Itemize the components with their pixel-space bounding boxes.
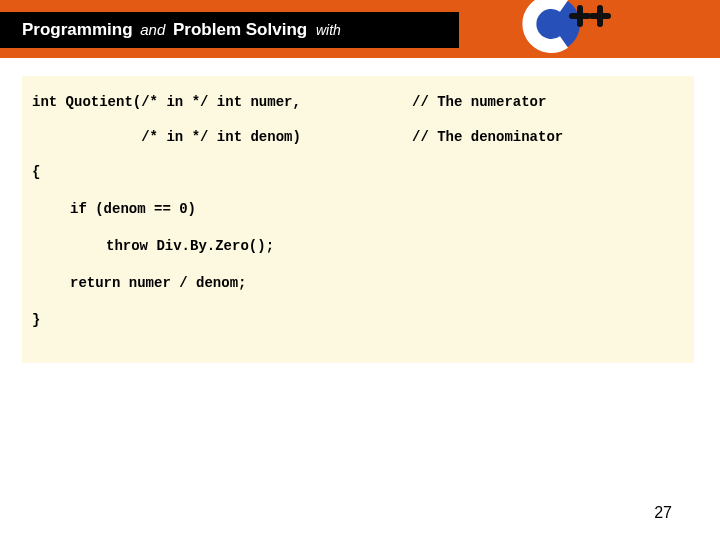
cpp-logo-icon: [522, 0, 612, 54]
title-bar: Programming and Problem Solving with: [0, 0, 720, 58]
title-word-problem-solving: Problem Solving: [173, 20, 307, 39]
if-line: if (denom == 0): [32, 199, 684, 220]
title-word-and: and: [140, 21, 165, 38]
comment-numerator: // The numerator: [412, 92, 546, 113]
brace-open: {: [32, 162, 684, 183]
title-word-with: with: [316, 22, 341, 38]
func-sig-line1: int Quotient(/* in */ int numer,: [32, 92, 412, 113]
comment-denominator: // The denominator: [412, 127, 563, 148]
code-line-1: int Quotient(/* in */ int numer, // The …: [32, 92, 684, 113]
return-line: return numer / denom;: [32, 273, 684, 294]
page-number: 27: [654, 504, 672, 522]
brace-close: }: [32, 310, 684, 331]
code-block: int Quotient(/* in */ int numer, // The …: [22, 76, 694, 363]
func-sig-line2: /* in */ int denom): [32, 127, 412, 148]
book-title: Programming and Problem Solving with: [0, 12, 459, 48]
title-word-programming: Programming: [22, 20, 133, 39]
throw-line: throw Div.By.Zero();: [32, 236, 684, 257]
code-line-2: /* in */ int denom) // The denominator: [32, 127, 684, 148]
